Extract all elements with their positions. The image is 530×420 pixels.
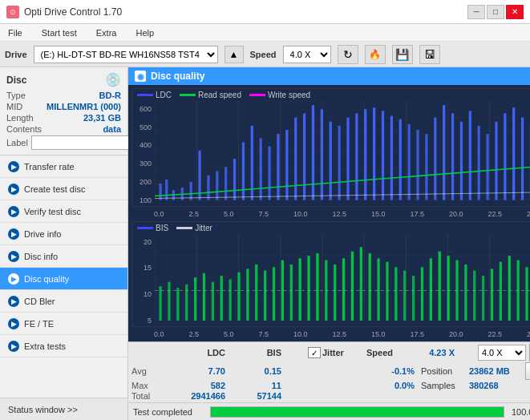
svg-rect-115: [430, 258, 432, 321]
svg-rect-100: [299, 258, 301, 321]
sidebar-item-cd-bler[interactable]: ▶ CD Bler: [0, 290, 127, 313]
extra-tests-icon: ▶: [8, 341, 19, 352]
refresh-button[interactable]: ↻: [338, 45, 358, 64]
sidebar: Disc 💿 Type BD-R MID MILLENMR1 (000) Len…: [0, 67, 128, 420]
svg-rect-90: [212, 281, 214, 321]
svg-rect-27: [225, 167, 227, 200]
stats-total-row: Total 2941466 57144: [131, 391, 530, 401]
sidebar-item-drive-info[interactable]: ▶ Drive info: [0, 223, 127, 245]
sidebar-item-transfer-rate[interactable]: ▶ Transfer rate: [0, 155, 127, 178]
menu-help[interactable]: Help: [131, 26, 159, 39]
total-label: Total: [131, 391, 176, 401]
top-chart-container: LDC Read speed Write speed: [131, 88, 530, 207]
svg-rect-96: [264, 270, 266, 321]
disc-contents-value: data: [103, 124, 121, 134]
maximize-button[interactable]: □: [487, 5, 504, 19]
svg-rect-97: [273, 267, 275, 321]
max-bis: 11: [232, 381, 288, 390]
close-button[interactable]: ✕: [506, 5, 524, 19]
drive-label: Drive: [5, 50, 27, 59]
app-title: Opti Drive Control 1.70: [24, 6, 122, 18]
fe-te-icon: ▶: [8, 318, 19, 329]
svg-rect-123: [500, 261, 502, 321]
sidebar-item-create-test-disc[interactable]: ▶ Create test disc: [0, 178, 127, 200]
writespeed-legend: Write speed: [249, 91, 310, 99]
menu-file[interactable]: File: [3, 26, 27, 39]
disc-label-row: Label ⚙: [6, 135, 121, 150]
ldc-col-header: LDC: [176, 348, 232, 357]
disc-info-label: Disc info: [24, 252, 58, 261]
svg-rect-94: [246, 269, 249, 321]
disc-mid-value: MILLENMR1 (000): [47, 102, 121, 111]
max-ldc: 582: [176, 381, 232, 390]
svg-rect-114: [421, 267, 423, 321]
speed-col-header: Speed: [366, 348, 411, 357]
disc-type-value: BD-R: [99, 91, 122, 100]
titlebar-left: ⊙ Opti Drive Control 1.70: [6, 6, 122, 18]
transfer-rate-label: Transfer rate: [24, 162, 75, 172]
eject-button[interactable]: ▲: [225, 46, 244, 63]
svg-rect-34: [285, 130, 288, 200]
total-ldc: 2941466: [176, 391, 232, 401]
svg-rect-119: [464, 265, 467, 321]
svg-rect-47: [399, 119, 402, 200]
disc-section: Disc 💿 Type BD-R MID MILLENMR1 (000) Len…: [0, 67, 127, 155]
save-button[interactable]: 🖫: [419, 45, 440, 64]
sidebar-item-extra-tests[interactable]: ▶ Extra tests: [0, 335, 127, 357]
sidebar-item-disc-quality[interactable]: ▶ Disc quality: [0, 268, 127, 290]
drivebar: Drive (E:) HL-DT-ST BD-RE WH16NS58 TST4 …: [0, 42, 530, 67]
drive-info-icon: ▶: [8, 228, 19, 240]
progress-bar: [210, 406, 504, 418]
top-x-labels: 0.0 2.5 5.0 7.5 10.0 12.5 15.0 17.5 20.0…: [131, 210, 530, 218]
fe-te-label: FE / TE: [24, 319, 54, 329]
create-test-disc-label: Create test disc: [24, 184, 85, 194]
menu-start-test[interactable]: Start test: [37, 26, 82, 39]
top-chart-svg: [155, 101, 530, 200]
erase-button[interactable]: 🔥: [365, 45, 386, 64]
minimize-button[interactable]: ─: [467, 5, 485, 19]
status-text: Test completed: [133, 407, 205, 417]
start-part-button[interactable]: Start part: [525, 362, 530, 380]
speed-select[interactable]: 4.0 X: [283, 46, 331, 63]
ldc-legend: LDC: [137, 91, 172, 99]
ldc-legend-color: [137, 94, 153, 96]
progress-percent: 100.0%: [509, 407, 530, 417]
speed-select-stats[interactable]: 4.0 X: [478, 345, 526, 361]
app-icon: ⊙: [6, 6, 19, 18]
samples-value: 380268: [469, 381, 499, 390]
drive-select[interactable]: (E:) HL-DT-ST BD-RE WH16NS58 TST4: [34, 46, 218, 63]
svg-rect-84: [159, 286, 161, 321]
svg-rect-26: [216, 172, 218, 200]
label-input[interactable]: [31, 135, 138, 150]
svg-rect-52: [443, 105, 445, 200]
jitter-checkbox[interactable]: ✓: [308, 347, 321, 358]
avg-bis: 0.15: [232, 366, 288, 376]
status-window-button[interactable]: Status window >>: [0, 398, 127, 420]
bottom-y-labels: 20 15 10 5: [132, 236, 153, 326]
bis-legend: BIS: [137, 224, 168, 232]
svg-rect-113: [412, 276, 415, 321]
svg-rect-104: [334, 265, 336, 321]
writespeed-legend-color: [249, 94, 265, 96]
disc-mid-label: MID: [6, 102, 22, 111]
sidebar-item-verify-test-disc[interactable]: ▶ Verify test disc: [0, 200, 127, 223]
top-y-labels: 600 500 400 300 200 100: [132, 103, 153, 206]
stats-max-row: Max 582 11 0.0% Samples 380268: [131, 381, 530, 390]
svg-rect-46: [390, 116, 393, 200]
disc-type-row: Type BD-R: [6, 91, 121, 100]
svg-rect-31: [260, 138, 262, 200]
sidebar-item-fe-te[interactable]: ▶ FE / TE: [0, 313, 127, 335]
disc-icon: 💿: [105, 72, 121, 87]
menu-extra[interactable]: Extra: [91, 26, 122, 39]
sidebar-item-disc-info[interactable]: ▶ Disc info: [0, 245, 127, 268]
svg-rect-25: [207, 176, 209, 200]
svg-rect-43: [364, 109, 366, 200]
avg-label: Avg: [131, 366, 176, 376]
disc-length-row: Length 23,31 GB: [6, 113, 121, 123]
svg-rect-101: [307, 256, 310, 321]
svg-rect-88: [194, 277, 196, 321]
disc-quality-header: ◉ Disc quality: [128, 67, 530, 85]
write-button[interactable]: 💾: [392, 45, 413, 64]
svg-rect-121: [482, 276, 484, 321]
svg-rect-109: [377, 258, 379, 321]
